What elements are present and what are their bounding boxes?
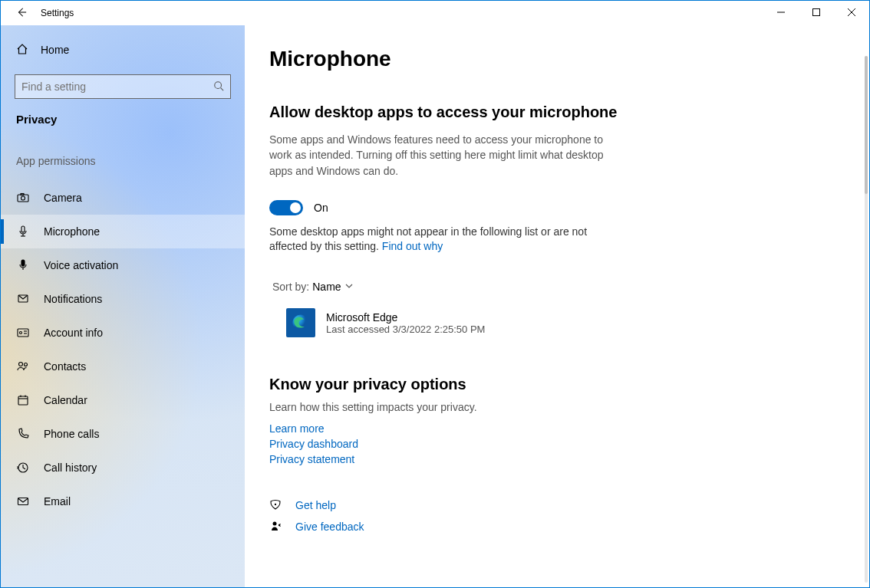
sidebar-item-label: Camera bbox=[44, 192, 82, 204]
sort-by[interactable]: Sort by: Name bbox=[272, 281, 834, 293]
titlebar: Settings bbox=[1, 1, 869, 25]
home-icon bbox=[16, 43, 28, 57]
learn-more-link[interactable]: Learn more bbox=[269, 422, 834, 435]
sidebar-item-contacts[interactable]: Contacts bbox=[1, 350, 245, 383]
sidebar-item-account-info[interactable]: Account info bbox=[1, 316, 245, 350]
search-input[interactable] bbox=[21, 80, 204, 93]
minimize-button[interactable] bbox=[763, 1, 799, 24]
sort-label: Sort by: bbox=[272, 281, 309, 293]
sidebar-item-label: Account info bbox=[44, 327, 103, 339]
phone-icon bbox=[16, 428, 30, 440]
search-box[interactable] bbox=[15, 74, 231, 99]
sidebar-item-label: Calendar bbox=[44, 394, 87, 406]
history-icon bbox=[16, 462, 30, 474]
sidebar-item-camera[interactable]: Camera bbox=[1, 181, 245, 215]
note-text: Some desktop apps might not appear in th… bbox=[269, 225, 599, 255]
sidebar-item-notifications[interactable]: Notifications bbox=[1, 282, 245, 316]
sidebar-item-label: Email bbox=[44, 495, 71, 508]
svg-rect-12 bbox=[21, 260, 25, 266]
account-icon bbox=[16, 327, 30, 339]
sidebar-item-voice-activation[interactable]: Voice activation bbox=[1, 248, 245, 282]
sidebar-item-email[interactable]: Email bbox=[1, 485, 245, 518]
give-feedback-link[interactable]: Give feedback bbox=[295, 521, 364, 533]
svg-rect-6 bbox=[18, 195, 28, 202]
svg-point-7 bbox=[21, 196, 25, 200]
contacts-icon bbox=[16, 360, 30, 373]
app-last-accessed: Last accessed 3/3/2022 2:25:50 PM bbox=[326, 324, 485, 335]
svg-rect-21 bbox=[18, 396, 28, 405]
sidebar-section: Privacy bbox=[1, 113, 245, 126]
svg-rect-1 bbox=[813, 9, 820, 16]
notifications-icon bbox=[16, 293, 30, 305]
chevron-down-icon bbox=[344, 281, 354, 293]
get-help-link[interactable]: Get help bbox=[295, 499, 336, 511]
sidebar-home[interactable]: Home bbox=[1, 34, 245, 65]
sidebar-item-label: Contacts bbox=[44, 360, 86, 373]
privacy-title: Know your privacy options bbox=[269, 376, 834, 393]
privacy-desc: Learn how this setting impacts your priv… bbox=[269, 401, 834, 413]
sidebar-item-call-history[interactable]: Call history bbox=[1, 451, 245, 485]
app-name: Microsoft Edge bbox=[326, 311, 485, 324]
setting-title: Allow desktop apps to access your microp… bbox=[269, 103, 834, 121]
sidebar-item-phone-calls[interactable]: Phone calls bbox=[1, 417, 245, 451]
find-out-why-link[interactable]: Find out why bbox=[382, 240, 443, 252]
main-panel: Microphone Allow desktop apps to access … bbox=[245, 25, 869, 587]
back-icon[interactable] bbox=[16, 7, 27, 20]
sidebar: Home Privacy App permissions Camera Micr… bbox=[1, 25, 245, 587]
microphone-icon bbox=[16, 225, 30, 238]
privacy-dashboard-link[interactable]: Privacy dashboard bbox=[269, 438, 834, 450]
svg-point-20 bbox=[25, 363, 28, 366]
edge-icon bbox=[286, 308, 315, 337]
svg-point-19 bbox=[19, 363, 23, 366]
scrollbar-thumb[interactable] bbox=[865, 56, 868, 194]
app-row-edge: Microsoft Edge Last accessed 3/3/2022 2:… bbox=[286, 308, 834, 337]
calendar-icon bbox=[16, 394, 30, 406]
sidebar-item-label: Call history bbox=[44, 462, 97, 474]
close-button[interactable] bbox=[834, 1, 869, 24]
search-icon bbox=[213, 80, 224, 94]
feedback-icon bbox=[269, 521, 282, 533]
camera-icon bbox=[16, 192, 30, 204]
window-title: Settings bbox=[41, 8, 74, 18]
sidebar-subsection: App permissions bbox=[1, 155, 245, 167]
email-icon bbox=[16, 495, 30, 508]
svg-point-29 bbox=[273, 522, 277, 526]
svg-rect-9 bbox=[21, 226, 25, 232]
sidebar-item-label: Phone calls bbox=[44, 428, 99, 440]
help-icon bbox=[269, 499, 282, 511]
sidebar-item-label: Notifications bbox=[44, 293, 102, 305]
sidebar-item-microphone[interactable]: Microphone bbox=[1, 215, 245, 248]
voice-icon bbox=[16, 259, 30, 271]
svg-point-16 bbox=[20, 332, 22, 334]
svg-point-28 bbox=[275, 504, 275, 504]
toggle-allow-desktop-apps[interactable] bbox=[269, 200, 303, 215]
sidebar-home-label: Home bbox=[41, 44, 69, 56]
sidebar-item-label: Microphone bbox=[44, 225, 100, 238]
toggle-state-label: On bbox=[314, 202, 328, 214]
setting-desc: Some apps and Windows features need to a… bbox=[269, 132, 607, 179]
page-title: Microphone bbox=[269, 47, 834, 71]
sort-value: Name bbox=[312, 281, 341, 293]
svg-line-5 bbox=[221, 87, 224, 90]
privacy-statement-link[interactable]: Privacy statement bbox=[269, 453, 834, 465]
svg-point-4 bbox=[215, 81, 222, 88]
maximize-button[interactable] bbox=[799, 1, 834, 24]
sidebar-item-label: Voice activation bbox=[44, 259, 118, 271]
sidebar-item-calendar[interactable]: Calendar bbox=[1, 383, 245, 417]
